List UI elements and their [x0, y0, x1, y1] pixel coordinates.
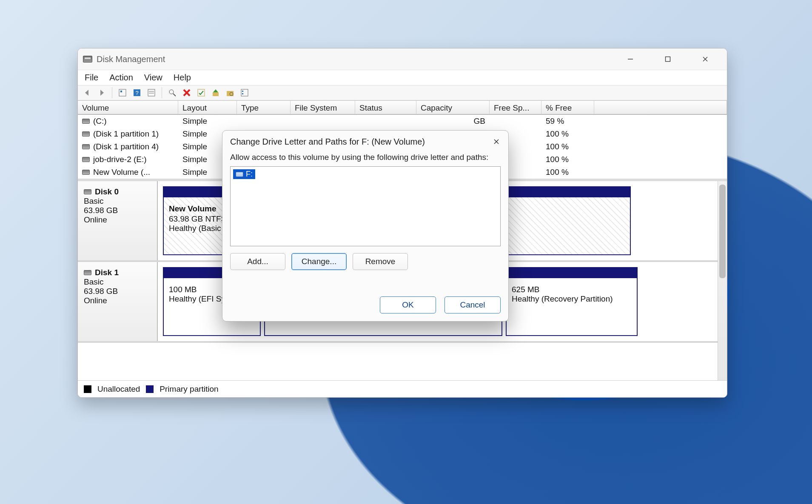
- partition-status: Healthy (Recovery Partition): [512, 294, 632, 304]
- partition-header: [506, 267, 638, 278]
- disk-state: Online: [84, 296, 151, 305]
- svg-point-11: [169, 90, 174, 94]
- drive-icon: [236, 172, 243, 177]
- toolbar: ?: [78, 85, 727, 100]
- menu-action[interactable]: Action: [109, 73, 133, 83]
- drive-icon: [82, 144, 90, 149]
- cancel-button[interactable]: Cancel: [444, 296, 501, 313]
- legend-label-unallocated: Unallocated: [97, 384, 140, 394]
- disk-state: Online: [84, 215, 151, 225]
- disk-label-pane[interactable]: Disk 0Basic63.98 GBOnline: [78, 181, 158, 260]
- forward-icon[interactable]: [97, 88, 107, 98]
- selected-drive-letter[interactable]: F:: [233, 169, 255, 179]
- col-pctfree[interactable]: % Free: [541, 101, 594, 114]
- drive-icon: [82, 119, 90, 124]
- table-row[interactable]: (C:)SimpleGB59 %: [78, 115, 727, 128]
- dialog-close-button[interactable]: [491, 137, 501, 147]
- svg-rect-5: [120, 91, 122, 92]
- volume-pctfree: 100 %: [541, 142, 594, 151]
- volume-name: (Disk 1 partition 4): [93, 142, 159, 151]
- toolbar-separator: [162, 87, 162, 98]
- window-title: Disk Management: [97, 54, 165, 64]
- svg-rect-21: [242, 93, 243, 94]
- menu-file[interactable]: File: [85, 73, 98, 83]
- svg-text:?: ?: [135, 90, 138, 96]
- volume-pctfree: 59 %: [541, 117, 594, 126]
- scrollbar-thumb[interactable]: [719, 185, 726, 278]
- volume-capacity: GB: [416, 117, 490, 126]
- menubar: File Action View Help: [78, 70, 727, 85]
- disk-icon: [84, 270, 91, 275]
- disk-name: Disk 0: [95, 187, 119, 196]
- drive-paths-listbox[interactable]: F:: [230, 166, 501, 246]
- check-icon[interactable]: [196, 88, 206, 98]
- legend-label-primary: Primary partition: [160, 384, 218, 394]
- volume-name: (C:): [93, 117, 107, 126]
- partition[interactable]: 625 MBHealthy (Recovery Partition): [506, 267, 638, 336]
- maximize-button[interactable]: [658, 51, 678, 68]
- drive-icon: [82, 131, 90, 137]
- volume-pctfree: 100 %: [541, 168, 594, 177]
- svg-rect-16: [213, 92, 219, 96]
- disk-type: Basic: [84, 196, 151, 206]
- volume-name: (Disk 1 partition 1): [93, 129, 159, 139]
- toolbar-separator: [112, 87, 112, 98]
- disk-label-pane[interactable]: Disk 1Basic63.98 GBOnline: [78, 262, 158, 341]
- col-capacity[interactable]: Capacity: [416, 101, 490, 114]
- legend: Unallocated Primary partition: [78, 380, 727, 397]
- col-type[interactable]: Type: [237, 101, 291, 114]
- help-icon[interactable]: ?: [132, 88, 142, 98]
- up-icon[interactable]: [211, 88, 221, 98]
- drive-icon: [82, 157, 90, 162]
- search-folder-icon[interactable]: [225, 88, 235, 98]
- selected-drive-letter-text: F:: [246, 170, 253, 179]
- partition-size: 625 MB: [512, 285, 632, 294]
- volume-name: job-drive-2 (E:): [93, 155, 147, 164]
- properties-icon[interactable]: [117, 88, 128, 98]
- svg-rect-4: [119, 89, 126, 96]
- find-icon[interactable]: [167, 88, 177, 98]
- disk-size: 63.98 GB: [84, 206, 151, 215]
- app-icon: [83, 56, 92, 63]
- remove-button[interactable]: Remove: [353, 253, 408, 270]
- volume-pctfree: 100 %: [541, 129, 594, 139]
- disk-type: Basic: [84, 277, 151, 287]
- change-drive-letter-dialog: Change Drive Letter and Paths for F: (Ne…: [222, 130, 509, 322]
- delete-icon[interactable]: [182, 88, 192, 98]
- col-filesystem[interactable]: File System: [291, 101, 355, 114]
- volume-layout: Simple: [178, 117, 237, 126]
- legend-swatch-primary: [146, 385, 154, 393]
- minimize-button[interactable]: [621, 51, 640, 68]
- ok-button[interactable]: OK: [380, 296, 436, 313]
- menu-view[interactable]: View: [144, 73, 162, 83]
- col-spacer: [594, 101, 727, 114]
- list-icon[interactable]: [146, 88, 157, 98]
- col-status[interactable]: Status: [355, 101, 416, 114]
- titlebar[interactable]: Disk Management: [78, 48, 727, 70]
- vertical-scrollbar[interactable]: [718, 181, 727, 380]
- back-icon[interactable]: [82, 88, 92, 98]
- change-button[interactable]: Change...: [291, 253, 347, 270]
- options-icon[interactable]: [239, 88, 250, 98]
- dialog-title: Change Drive Letter and Paths for F: (Ne…: [230, 137, 425, 147]
- svg-rect-20: [242, 91, 243, 92]
- volume-name: New Volume (...: [93, 168, 150, 177]
- add-button[interactable]: Add...: [230, 253, 285, 270]
- svg-rect-15: [198, 89, 205, 96]
- volume-pctfree: 100 %: [541, 155, 594, 164]
- disk-icon: [84, 189, 91, 194]
- col-volume[interactable]: Volume: [78, 101, 178, 114]
- col-layout[interactable]: Layout: [178, 101, 237, 114]
- drive-icon: [82, 170, 90, 175]
- menu-help[interactable]: Help: [174, 73, 191, 83]
- close-button[interactable]: [695, 51, 715, 68]
- disk-name: Disk 1: [95, 268, 119, 277]
- svg-rect-8: [148, 89, 155, 96]
- dialog-instruction: Allow access to this volume by using the…: [222, 149, 508, 166]
- svg-rect-19: [241, 89, 248, 96]
- col-freespace[interactable]: Free Sp...: [490, 101, 541, 114]
- svg-line-12: [173, 94, 176, 96]
- volumes-header: Volume Layout Type File System Status Ca…: [78, 100, 727, 115]
- legend-swatch-unallocated: [84, 385, 91, 393]
- svg-rect-1: [666, 57, 670, 62]
